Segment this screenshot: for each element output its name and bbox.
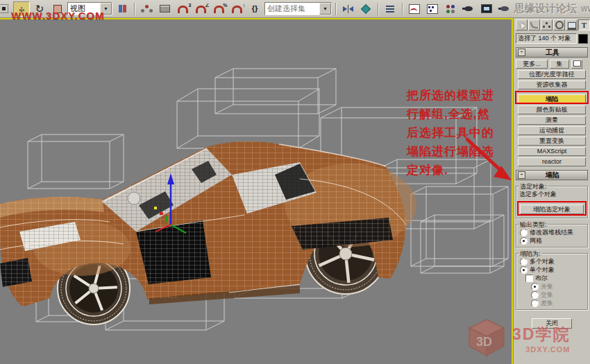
radio-subtraction[interactable]: 差集 xyxy=(518,299,586,307)
tab-create[interactable] xyxy=(516,19,528,31)
radio-label: 网格 xyxy=(530,236,542,245)
utility-collapse-button[interactable]: 塌陷 xyxy=(518,94,586,104)
radio-icon xyxy=(520,258,528,266)
utility-reset-xform-button[interactable]: 重置变换 xyxy=(518,137,586,146)
tab-hierarchy[interactable] xyxy=(541,19,553,31)
magnet-angle-icon: ∠ xyxy=(196,6,206,13)
snap-3d-button[interactable]: 3 xyxy=(174,1,191,17)
radio-icon xyxy=(520,237,528,245)
object-color-swatch[interactable] xyxy=(578,34,588,44)
output-type-label: 输出类型: xyxy=(519,220,548,229)
selection-status-field: 选择了 140 个 对象 xyxy=(516,33,577,44)
hierarchy-icon xyxy=(546,22,548,24)
layer-manager-button[interactable] xyxy=(382,1,398,17)
radio-label: 差集 xyxy=(541,299,553,308)
radio-mesh[interactable]: 网格 xyxy=(518,236,586,245)
spinner-snap-button[interactable]: ↕ xyxy=(228,1,245,17)
keyboard-override-button[interactable] xyxy=(156,1,173,17)
display-icon xyxy=(568,22,576,28)
edit-named-selections-button[interactable]: {} xyxy=(246,1,263,17)
tab-motion[interactable] xyxy=(553,19,565,31)
angle-snap-button[interactable]: ∠ xyxy=(192,1,209,17)
annotation-line: 定对像. xyxy=(407,161,513,180)
utility-bitmap-paths-button[interactable]: 位图/光度学路径 xyxy=(518,70,586,79)
mirror-button[interactable] xyxy=(339,1,356,17)
annotation-line: 行解组,全选,然 xyxy=(407,105,513,123)
checkbox-boolean[interactable]: 布尔 xyxy=(518,274,586,282)
chevron-down-icon: ▼ xyxy=(319,3,331,15)
selection-region-icon[interactable] xyxy=(0,1,12,17)
utility-reactor-button[interactable]: reactor xyxy=(518,157,586,166)
close-button[interactable]: 关闭 xyxy=(532,318,572,329)
forum-watermark-url: WWW.MISSYUAN.COM xyxy=(581,6,590,13)
schematic-view-button[interactable] xyxy=(424,1,441,17)
tab-display[interactable] xyxy=(566,19,578,31)
collapse-rollout-header[interactable]: - 塌陷 xyxy=(516,170,588,180)
radio-intersection[interactable]: 交集 xyxy=(518,291,586,299)
side-mirror xyxy=(128,192,140,205)
collapse-to-label: 塌陷为: xyxy=(519,250,542,259)
create-icon xyxy=(518,21,525,28)
tools-rollout-header[interactable]: - 工具 xyxy=(516,47,588,58)
tab-utilities[interactable]: T xyxy=(578,19,590,31)
radio-icon xyxy=(520,266,528,274)
percent-snap-button[interactable]: % xyxy=(210,1,227,17)
rendered-frame-button[interactable] xyxy=(478,1,495,17)
tab-modify[interactable] xyxy=(528,19,540,31)
output-type-group: 输出类型: 修改器堆栈结果 网格 xyxy=(516,224,588,248)
tools-rollout-title: 工具 xyxy=(527,48,578,58)
align-icon xyxy=(361,3,371,13)
align-button[interactable] xyxy=(357,1,374,17)
named-selection-set-dropdown[interactable]: 创建选择集 ▼ xyxy=(264,2,332,15)
material-editor-icon xyxy=(446,5,450,8)
site-watermark: WWW.3DXY.COM xyxy=(11,10,105,21)
quick-render-button[interactable] xyxy=(496,1,513,17)
collapse-rollout-title: 塌陷 xyxy=(527,171,578,180)
utility-measure-button[interactable]: 测量 xyxy=(518,116,586,125)
motion-icon xyxy=(555,21,564,29)
sets-button[interactable]: 集 xyxy=(550,60,569,69)
utility-maxscript-button[interactable]: MAXScript xyxy=(518,147,586,156)
radio-union[interactable]: 并集 xyxy=(518,282,586,291)
magnet-3d-icon: 3 xyxy=(178,6,188,13)
annotation-line: 塌陷进行塌陷选 xyxy=(407,142,513,161)
rendered-frame-icon xyxy=(481,4,492,13)
annotation-text: 把所选的模型进 行解组,全选,然 后选择工具中的 塌陷进行塌陷选 定对像. xyxy=(407,86,513,180)
collapse-selected-button[interactable]: 塌陷选定对象 xyxy=(520,205,584,214)
perspective-viewport[interactable]: 把所选的模型进 行解组,全选,然 后选择工具中的 塌陷进行塌陷选 定对像. xyxy=(0,18,513,364)
collapse-selected-wrap: 塌陷选定对象 xyxy=(518,200,586,216)
material-editor-button[interactable] xyxy=(442,1,459,17)
schematic-view-icon xyxy=(427,4,438,14)
more-button[interactable]: 更多... xyxy=(516,60,548,69)
toolbar-separator xyxy=(335,3,336,15)
select-and-manipulate-button[interactable] xyxy=(138,1,155,17)
render-setup-icon xyxy=(464,6,473,11)
utility-motion-capture-button[interactable]: 运动捕捉 xyxy=(518,126,586,135)
region-icon xyxy=(0,4,8,13)
utility-resource-collector-button[interactable]: 资源收集器 xyxy=(518,80,586,89)
braces-icon: {} xyxy=(252,5,258,12)
scene-wireframe xyxy=(0,19,512,364)
radio-single-object[interactable]: 单个对象 xyxy=(518,266,586,274)
collapse-rollout-icon: - xyxy=(518,171,525,179)
use-pivot-center-button[interactable] xyxy=(114,1,130,17)
mirror-icon xyxy=(343,5,353,13)
named-selection-set-value: 创建选择集 xyxy=(267,3,317,14)
curve-editor-button[interactable] xyxy=(406,1,423,17)
sets-dialog-button[interactable] xyxy=(571,60,582,69)
collapse-to-group: 塌陷为: 多个对象 单个对象 布尔 并集 交集 xyxy=(516,253,588,310)
render-setup-button[interactable] xyxy=(460,1,477,17)
toolbar-separator xyxy=(378,3,378,15)
forum-watermark-title: 思缘设计论坛 xyxy=(514,2,577,15)
command-panel-tabs: T xyxy=(516,19,590,31)
utilities-icon: T xyxy=(582,21,587,29)
magnet-percent-icon: % xyxy=(214,6,224,13)
layers-icon xyxy=(386,6,394,7)
annotation-line: 后选择工具中的 xyxy=(407,123,513,142)
utility-color-clipboard-button[interactable]: 颜色剪贴板 xyxy=(518,105,586,114)
collapse-utility-highlight: 塌陷 xyxy=(514,91,590,104)
selected-objects-group: 选定对象: 选定多个对象 塌陷选定对象 xyxy=(516,186,588,218)
manipulate-icon xyxy=(145,5,149,8)
radio-icon xyxy=(531,300,539,307)
selected-objects-label: 选定对象: xyxy=(519,182,548,191)
